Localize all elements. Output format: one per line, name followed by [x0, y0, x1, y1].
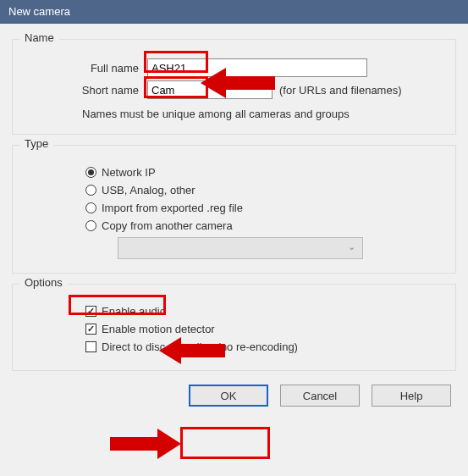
- checkbox-icon: [85, 324, 96, 335]
- checkbox-enable-audio[interactable]: Enable audio: [85, 305, 443, 318]
- short-name-hint: (for URLs and filenames): [279, 84, 402, 97]
- window-title: New camera: [8, 5, 70, 18]
- ok-button[interactable]: OK: [189, 385, 268, 407]
- radio-label: Import from exported .reg file: [102, 202, 243, 214]
- group-type-title: Type: [19, 137, 53, 150]
- radio-icon: [85, 167, 96, 178]
- cancel-button[interactable]: Cancel: [280, 385, 360, 407]
- radio-network-ip[interactable]: Network IP: [85, 166, 443, 179]
- checkbox-label: Enable audio: [102, 305, 166, 318]
- group-options-title: Options: [19, 276, 68, 289]
- window-titlebar: New camera: [0, 0, 468, 24]
- radio-icon: [85, 202, 96, 213]
- radio-icon: [85, 220, 96, 231]
- svg-marker-2: [110, 429, 181, 459]
- full-name-label: Full name: [25, 62, 147, 75]
- group-options: Options Enable audio Enable motion detec…: [12, 284, 456, 371]
- radio-icon: [85, 185, 96, 196]
- radio-copy-camera[interactable]: Copy from another camera: [85, 219, 443, 232]
- group-type: Type Network IP USB, Analog, other Impor…: [12, 145, 456, 274]
- copy-camera-select[interactable]: ⌄: [118, 237, 363, 259]
- checkbox-label: Direct to disc recording (no re-encoding…: [102, 340, 298, 353]
- chevron-down-icon: ⌄: [348, 241, 355, 252]
- checkbox-icon: [85, 306, 96, 317]
- full-name-input[interactable]: [147, 58, 367, 77]
- arrow-annotation-ok: [110, 427, 181, 461]
- button-bar: OK Cancel Help: [0, 374, 468, 407]
- button-label: Cancel: [303, 390, 337, 402]
- highlight-box-ok: [180, 427, 270, 459]
- button-label: Help: [400, 390, 423, 402]
- checkbox-label: Enable motion detector: [102, 323, 215, 335]
- checkbox-icon: [85, 341, 96, 352]
- radio-import-reg[interactable]: Import from exported .reg file: [85, 202, 443, 214]
- radio-label: Network IP: [102, 166, 156, 179]
- radio-usb-analog[interactable]: USB, Analog, other: [85, 184, 443, 196]
- names-note: Names must be unique among all cameras a…: [82, 108, 443, 120]
- button-label: OK: [221, 390, 237, 402]
- group-name: Name Full name Short name (for URLs and …: [12, 39, 456, 135]
- group-name-title: Name: [19, 31, 59, 44]
- help-button[interactable]: Help: [372, 385, 451, 407]
- checkbox-direct-disc[interactable]: Direct to disc recording (no re-encoding…: [85, 340, 443, 353]
- short-name-label: Short name: [25, 84, 147, 97]
- short-name-input[interactable]: [147, 80, 273, 99]
- radio-label: Copy from another camera: [102, 219, 233, 232]
- checkbox-enable-motion[interactable]: Enable motion detector: [85, 323, 443, 335]
- radio-label: USB, Analog, other: [102, 184, 195, 196]
